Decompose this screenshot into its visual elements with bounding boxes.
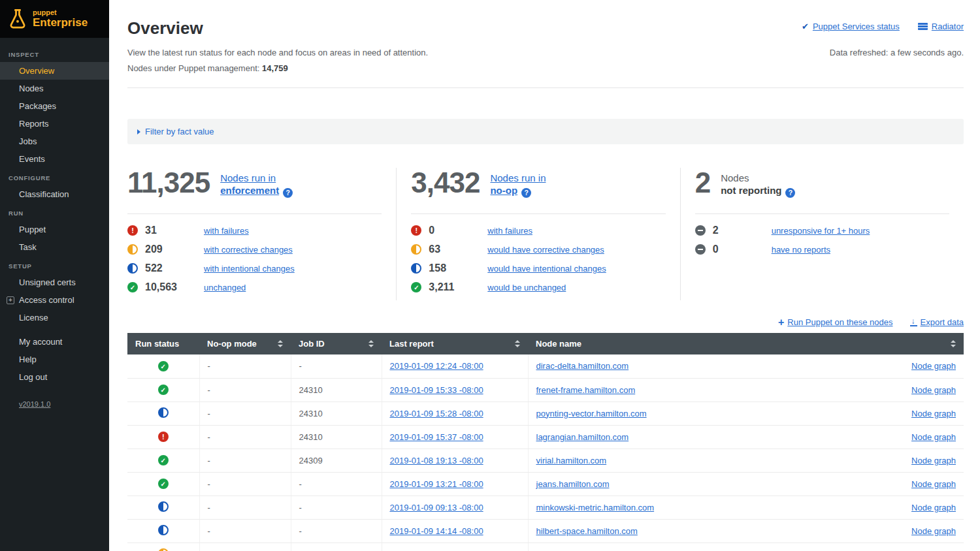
node-name-link[interactable]: minkowski-metric.hamilton.com xyxy=(536,503,655,512)
sidebar-item-license[interactable]: License xyxy=(0,309,109,326)
sidebar-item-classification[interactable]: Classification xyxy=(0,185,109,203)
run-status-icon xyxy=(158,501,169,512)
table-row: - 24309 2019-01-08 19:13 -08:00 virial.h… xyxy=(127,449,964,472)
sidebar-item-jobs[interactable]: Jobs xyxy=(0,133,109,150)
node-graph-link[interactable]: Node graph xyxy=(911,526,956,536)
node-graph-link[interactable]: Node graph xyxy=(911,385,956,395)
unchanged-link[interactable]: unchanged xyxy=(204,283,246,292)
last-report-link[interactable]: 2019-01-09 09:13 -08:00 xyxy=(390,503,483,512)
noop-link-line2[interactable]: no-op xyxy=(490,185,517,196)
job-id-cell: - xyxy=(291,354,382,378)
column-header-run-status: Run status xyxy=(127,333,199,354)
node-graph-link[interactable]: Node graph xyxy=(911,409,956,418)
sidebar-item-packages[interactable]: Packages xyxy=(0,97,109,115)
have-no-reports-link[interactable]: have no reports xyxy=(772,245,830,255)
no-report-status-icon xyxy=(695,244,706,255)
brand-logo[interactable]: puppet Enterprise xyxy=(0,0,109,38)
would-have-corrective-changes-link[interactable]: would have corrective changes xyxy=(487,245,604,255)
sidebar-item-log-out[interactable]: Log out xyxy=(0,368,109,386)
node-name-link[interactable]: virial.hamilton.com xyxy=(536,456,607,465)
enforcement-link-line2[interactable]: enforcement xyxy=(220,185,279,196)
node-graph-link[interactable]: Node graph xyxy=(911,361,956,371)
column-header-node-name[interactable]: Node name xyxy=(528,333,964,354)
sidebar-item-overview[interactable]: Overview xyxy=(0,62,109,80)
sidebar-item-my-account[interactable]: My account xyxy=(0,333,109,351)
sort-icon[interactable] xyxy=(951,340,956,347)
column-header-noop-mode[interactable]: No-op mode xyxy=(199,333,291,354)
unresponsive-link[interactable]: unresponsive for 1+ hours xyxy=(772,226,870,236)
table-row: - 24310 2019-01-09 15:33 -08:00 frenet-f… xyxy=(127,378,964,401)
sidebar-item-nodes[interactable]: Nodes xyxy=(0,80,109,97)
sidebar-item-access-control[interactable]: +Access control xyxy=(0,291,109,309)
job-id-cell: 24310 xyxy=(291,378,382,401)
node-graph-link[interactable]: Node graph xyxy=(911,456,956,465)
job-id-cell: - xyxy=(291,472,382,496)
table-header-row: Run status No-op mode Job ID Last report… xyxy=(127,333,964,354)
enforcement-link-line1[interactable]: Nodes run in xyxy=(220,172,293,184)
last-report-link[interactable]: 2019-01-09 15:28 -08:00 xyxy=(390,409,483,418)
last-report-header-label: Last report xyxy=(389,339,434,349)
filter-by-fact-value-toggle[interactable]: Filter by fact value xyxy=(127,119,964,144)
with-failures-link[interactable]: with failures xyxy=(487,226,532,236)
intentional-status-icon xyxy=(411,263,421,274)
download-icon xyxy=(910,319,917,326)
failure-status-icon xyxy=(127,225,138,236)
sidebar-item-puppet[interactable]: Puppet xyxy=(0,221,109,238)
node-graph-link[interactable]: Node graph xyxy=(911,479,956,489)
last-report-link[interactable]: 2019-01-09 13:21 -08:00 xyxy=(390,479,483,489)
help-icon[interactable] xyxy=(521,188,531,198)
stat-count: 522 xyxy=(145,262,204,274)
column-header-last-report[interactable]: Last report xyxy=(382,333,528,354)
run-status-icon xyxy=(158,361,169,371)
with-corrective-changes-link[interactable]: with corrective changes xyxy=(204,245,293,255)
sidebar-item-help[interactable]: Help xyxy=(0,351,109,368)
node-graph-link[interactable]: Node graph xyxy=(911,432,956,442)
with-failures-link[interactable]: with failures xyxy=(204,226,249,236)
last-report-link[interactable]: 2019-01-09 15:37 -08:00 xyxy=(390,432,483,442)
node-name-header-label: Node name xyxy=(536,339,581,349)
noop-mode-cell: - xyxy=(199,354,291,378)
sidebar-item-events[interactable]: Events xyxy=(0,150,109,168)
node-name-link[interactable]: hilbert-space.hamilton.com xyxy=(536,526,638,536)
would-have-intentional-changes-link[interactable]: would have intentional changes xyxy=(487,264,606,274)
sort-icon[interactable] xyxy=(278,340,283,347)
puppet-services-status-link[interactable]: ✔ Puppet Services status xyxy=(802,22,900,31)
nodes-under-management-label: Nodes under Puppet management: xyxy=(127,63,259,73)
version-link[interactable]: v2019.1.0 xyxy=(19,400,50,408)
would-be-unchanged-link[interactable]: would be unchanged xyxy=(487,283,566,292)
node-name-link[interactable]: frenet-frame.hamilton.com xyxy=(536,385,636,395)
radiator-link[interactable]: Radiator xyxy=(918,22,964,31)
sidebar-item-reports[interactable]: Reports xyxy=(0,115,109,133)
stat-count: 0 xyxy=(429,225,487,236)
node-name-link[interactable]: lagrangian.hamilton.com xyxy=(536,432,629,442)
sort-icon[interactable] xyxy=(515,340,520,347)
sidebar-nav: INSPECT Overview Nodes Packages Reports … xyxy=(0,38,109,409)
job-id-cell: 24309 xyxy=(291,449,382,472)
node-name-link[interactable]: jeans.hamilton.com xyxy=(536,479,610,489)
last-report-link[interactable]: 2019-01-09 12:24 -08:00 xyxy=(390,361,483,371)
run-puppet-on-nodes-link[interactable]: + Run Puppet on these nodes xyxy=(778,317,893,327)
last-report-link[interactable]: 2019-01-09 15:33 -08:00 xyxy=(390,385,483,395)
nodes-table: Run status No-op mode Job ID Last report… xyxy=(127,333,964,551)
last-report-link[interactable]: 2019-01-09 14:14 -08:00 xyxy=(390,526,483,536)
page-title: Overview xyxy=(127,18,203,39)
last-report-link[interactable]: 2019-01-08 19:13 -08:00 xyxy=(390,456,483,465)
column-header-job-id[interactable]: Job ID xyxy=(291,333,382,354)
expand-plus-icon[interactable]: + xyxy=(7,296,14,304)
sidebar-item-task[interactable]: Task xyxy=(0,238,109,256)
export-data-link[interactable]: Export data xyxy=(910,317,964,327)
sort-icon[interactable] xyxy=(368,340,374,347)
node-graph-link[interactable]: Node graph xyxy=(911,503,956,512)
node-name-link[interactable]: dirac-delta.hamilton.com xyxy=(536,361,629,371)
help-icon[interactable] xyxy=(283,188,293,198)
noop-link-line1[interactable]: Nodes run in xyxy=(490,172,546,184)
with-intentional-changes-link[interactable]: with intentional changes xyxy=(204,264,295,274)
puppet-services-status-label: Puppet Services status xyxy=(813,22,900,31)
table-row: - 24310 2019-01-09 15:37 -08:00 lagrangi… xyxy=(127,425,964,449)
corrective-status-icon xyxy=(127,244,138,255)
node-name-link[interactable]: poynting-vector.hamilton.com xyxy=(536,409,647,418)
sidebar-item-unsigned-certs[interactable]: Unsigned certs xyxy=(0,274,109,291)
help-icon[interactable] xyxy=(785,188,795,198)
stat-count: 31 xyxy=(145,225,204,236)
unchanged-status-icon xyxy=(127,282,138,292)
